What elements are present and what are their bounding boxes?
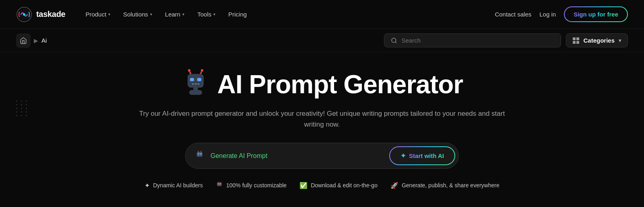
svg-rect-12 <box>192 83 194 85</box>
chevron-down-icon: ▾ <box>108 12 110 16</box>
nav-item-pricing[interactable]: Pricing <box>223 8 252 21</box>
svg-point-18 <box>198 153 199 155</box>
svg-rect-16 <box>189 90 202 95</box>
robot-feature-icon <box>216 181 223 190</box>
svg-point-25 <box>220 183 221 184</box>
svg-point-19 <box>200 153 202 155</box>
feature-label-0: Dynamic AI builders <box>153 182 203 189</box>
grid-icon <box>573 37 579 44</box>
nav-item-product[interactable]: Product ▾ <box>80 8 116 21</box>
feature-label-3: Generate, publish, & share everywhere <box>402 182 500 189</box>
dots-decoration <box>16 100 28 116</box>
svg-rect-23 <box>217 182 221 187</box>
signup-button[interactable]: Sign up for free <box>564 6 628 22</box>
svg-rect-10 <box>197 78 201 81</box>
search-input[interactable] <box>401 37 554 44</box>
logo[interactable]: taskade <box>16 6 65 23</box>
sparkle-feature-icon: ✦ <box>144 182 150 189</box>
breadcrumb-bar: ▶ Ai Categories ▾ <box>0 29 644 52</box>
svg-line-22 <box>201 151 201 152</box>
rocket-feature-icon: 🚀 <box>390 182 398 189</box>
navigation: taskade Product ▾ Solutions ▾ Learn ▾ To… <box>0 0 644 29</box>
logo-text: taskade <box>36 10 65 19</box>
svg-point-2 <box>23 13 25 16</box>
search-icon <box>391 37 397 44</box>
svg-rect-13 <box>194 83 197 85</box>
hero-subtitle: Try our AI-driven prompt generator and u… <box>137 108 507 130</box>
chevron-down-icon: ▾ <box>150 12 152 16</box>
svg-point-5 <box>188 69 190 72</box>
svg-point-24 <box>218 183 219 184</box>
categories-button[interactable]: Categories ▾ <box>566 33 628 47</box>
check-feature-icon: ✅ <box>299 182 308 189</box>
prompt-input[interactable] <box>211 152 383 160</box>
nav-links: Product ▾ Solutions ▾ Learn ▾ Tools ▾ Pr… <box>80 8 495 21</box>
search-categories: Categories ▾ <box>384 33 628 47</box>
robot-emoji <box>181 68 210 101</box>
feature-item-3: 🚀 Generate, publish, & share everywhere <box>390 182 500 189</box>
nav-item-solutions[interactable]: Solutions ▾ <box>118 8 158 21</box>
home-breadcrumb[interactable] <box>16 33 31 48</box>
svg-line-21 <box>198 151 198 152</box>
contact-sales-link[interactable]: Contact sales <box>495 11 531 18</box>
hero-section: AI Prompt Generator Try our AI-driven pr… <box>0 52 644 198</box>
svg-point-7 <box>201 69 203 72</box>
feature-item-2: ✅ Download & edit on-the-go <box>299 182 378 189</box>
svg-rect-9 <box>190 78 194 81</box>
nav-right: Contact sales Log in Sign up for free <box>495 6 628 22</box>
breadcrumb-separator: ▶ <box>34 37 38 44</box>
feature-item-1: 100% fully customizable <box>216 181 287 190</box>
sparkle-icon: ✦ <box>400 152 406 160</box>
svg-rect-8 <box>188 74 204 88</box>
svg-rect-20 <box>198 156 201 156</box>
prompt-robot-icon <box>195 150 204 161</box>
nav-item-tools[interactable]: Tools ▾ <box>192 8 221 21</box>
hero-title-wrap: AI Prompt Generator <box>181 68 463 101</box>
chevron-down-icon: ▾ <box>213 12 215 16</box>
start-button-label: Start with AI <box>409 152 444 159</box>
login-link[interactable]: Log in <box>539 11 556 18</box>
features-row: ✦ Dynamic AI builders 100% fully customi… <box>144 181 500 190</box>
start-with-ai-button[interactable]: ✦ Start with AI <box>389 146 455 165</box>
search-box[interactable] <box>384 33 561 47</box>
chevron-down-icon: ▾ <box>182 12 184 16</box>
svg-rect-15 <box>193 88 198 90</box>
svg-point-3 <box>392 38 396 43</box>
feature-label-1: 100% fully customizable <box>226 182 287 189</box>
svg-rect-14 <box>197 83 200 85</box>
feature-label-2: Download & edit on-the-go <box>311 182 378 189</box>
breadcrumb: ▶ Ai <box>16 33 47 48</box>
nav-item-learn[interactable]: Learn ▾ <box>159 8 190 21</box>
feature-item-0: ✦ Dynamic AI builders <box>144 182 203 189</box>
hero-title: AI Prompt Generator <box>217 70 463 98</box>
breadcrumb-current: Ai <box>41 37 47 44</box>
prompt-input-container[interactable]: ✦ Start with AI <box>185 143 459 169</box>
